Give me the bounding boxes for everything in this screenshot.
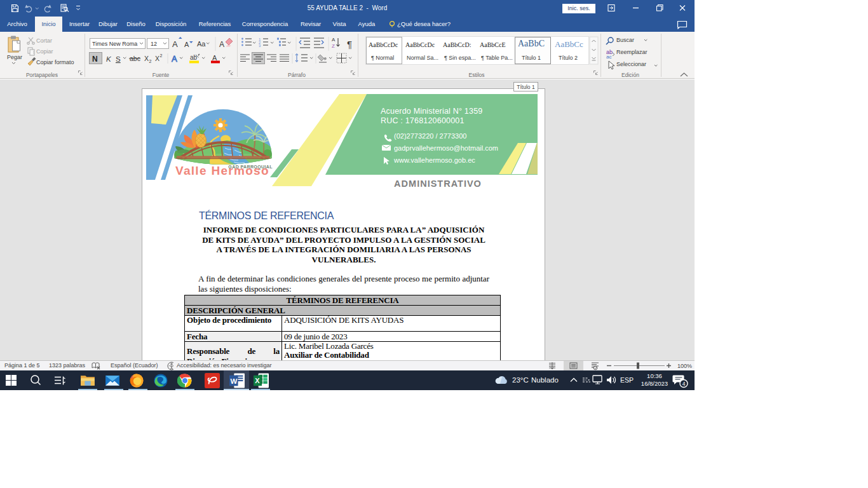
svg-text:W: W: [231, 377, 238, 385]
svg-text:4: 4: [682, 381, 686, 387]
svg-text:Times New Roma: Times New Roma: [92, 41, 137, 47]
svg-text:S: S: [116, 55, 121, 63]
svg-text:A: A: [184, 41, 189, 48]
svg-text:3: 3: [259, 44, 261, 48]
svg-text:Aa: Aa: [197, 40, 206, 48]
svg-text:12: 12: [151, 41, 157, 47]
svg-text:A: A: [212, 54, 217, 62]
svg-text:A: A: [172, 54, 177, 64]
svg-text:¶: ¶: [347, 39, 352, 50]
svg-text:ac: ac: [606, 54, 611, 60]
svg-text:100%: 100%: [677, 363, 692, 369]
svg-text:2: 2: [149, 59, 152, 64]
svg-text:2: 2: [160, 53, 163, 58]
svg-text:X: X: [144, 55, 149, 62]
svg-text:A: A: [332, 37, 336, 43]
svg-text:N: N: [92, 55, 98, 64]
svg-text:X: X: [155, 55, 159, 62]
svg-text:K: K: [106, 55, 112, 63]
svg-text:Z: Z: [332, 43, 335, 49]
svg-text:A: A: [219, 40, 224, 49]
svg-text:X: X: [255, 377, 260, 384]
svg-text:A: A: [172, 39, 178, 49]
